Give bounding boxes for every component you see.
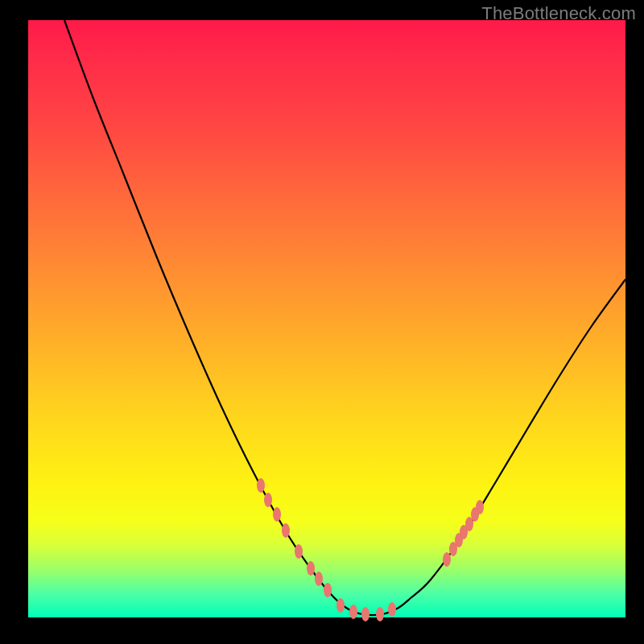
valley-dots-left xyxy=(257,478,396,621)
valley-dot xyxy=(376,607,384,621)
valley-dot xyxy=(307,561,315,576)
valley-dot xyxy=(282,523,290,538)
plot-area xyxy=(28,20,625,617)
valley-dot xyxy=(295,544,303,559)
valley-dot xyxy=(361,607,369,621)
curve-layer xyxy=(28,20,625,617)
valley-dot xyxy=(388,602,396,617)
chart-frame: TheBottleneck.com xyxy=(0,0,644,644)
bottleneck-curve xyxy=(64,20,625,615)
valley-dot xyxy=(257,478,265,493)
valley-dot xyxy=(476,500,484,514)
valley-dot xyxy=(336,598,345,613)
valley-dot xyxy=(443,552,451,567)
valley-dots-right xyxy=(443,500,484,567)
valley-dot xyxy=(264,493,272,507)
valley-dot xyxy=(315,572,323,586)
valley-dot xyxy=(273,507,281,522)
valley-dot xyxy=(349,605,357,619)
valley-dot xyxy=(324,583,332,597)
